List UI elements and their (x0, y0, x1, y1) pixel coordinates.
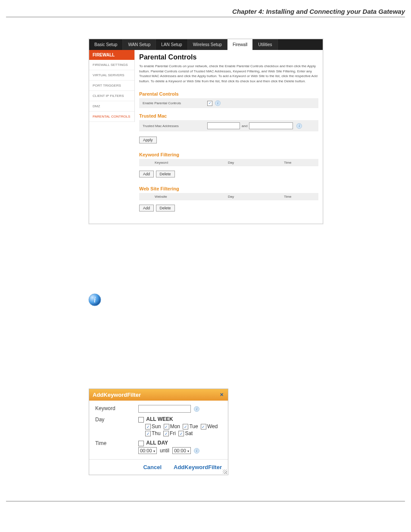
all-day-checkbox[interactable] (138, 441, 144, 446)
tue-checkbox[interactable] (183, 424, 188, 429)
time-from-select[interactable]: 00:00▾ (138, 447, 157, 454)
until-label: until (160, 448, 169, 454)
help-icon[interactable]: i (296, 123, 302, 129)
sidebar-item-client-ip-filters[interactable]: CLIENT IP FILTERS (89, 91, 134, 101)
sun-checkbox[interactable] (145, 424, 151, 429)
sidebar: FIREWALL FIREWALL SETTINGS VIRTUAL SERVE… (89, 50, 135, 122)
time-to-select[interactable]: 00:00▾ (172, 447, 191, 454)
page-title: Parental Controls (139, 53, 318, 61)
sidebar-header: FIREWALL (89, 50, 134, 60)
all-day-label: ALL DAY (146, 440, 168, 446)
website-delete-button[interactable]: Delete (156, 205, 175, 212)
keyword-table-header: Keyword Day Time (139, 159, 318, 166)
col-day: Day (228, 195, 284, 199)
trusted-mac-input-2[interactable] (249, 122, 293, 129)
col-day: Day (228, 161, 284, 165)
time-label: Time (95, 440, 138, 446)
cancel-button[interactable]: Cancel (143, 464, 162, 470)
keyword-delete-button[interactable]: Delete (156, 171, 175, 177)
wed-label: Wed (207, 423, 218, 429)
dialog-title: AddKeywordFilter (93, 392, 141, 398)
sat-checkbox[interactable] (178, 431, 184, 436)
all-week-label: ALL WEEK (146, 416, 173, 422)
thu-label: Thu (152, 430, 161, 436)
chapter-title: Chapter 4: Installing and Connecting you… (6, 8, 405, 15)
sidebar-item-port-triggers[interactable]: PORT TRIGGERS (89, 81, 134, 91)
keyword-label: Keyword (95, 405, 138, 411)
trusted-mac-input-1[interactable] (207, 122, 240, 129)
sidebar-item-parental-controls[interactable]: PARENTAL CONTROLS (89, 112, 134, 122)
thu-checkbox[interactable] (145, 431, 151, 436)
help-icon[interactable]: i (194, 448, 199, 454)
all-week-checkbox[interactable] (138, 417, 144, 423)
sidebar-item-virtual-servers[interactable]: VIRTUAL SERVERS (89, 70, 134, 81)
and-label: and (242, 124, 247, 128)
col-keyword: Keyword (139, 161, 228, 165)
enable-parental-controls-checkbox[interactable]: ✓ (207, 101, 212, 106)
section-parental-controls-heading: Parental Controls (139, 91, 318, 96)
fri-label: Fri (170, 430, 176, 436)
website-add-button[interactable]: Add (139, 205, 154, 212)
info-icon: i (88, 293, 102, 307)
help-icon[interactable]: i (194, 406, 199, 412)
top-tab-bar: Basic Setup WAN Setup LAN Setup Wireless… (89, 39, 323, 50)
wed-checkbox[interactable] (201, 424, 206, 429)
router-admin-screenshot: Basic Setup WAN Setup LAN Setup Wireless… (89, 39, 323, 224)
sidebar-item-dmz[interactable]: DMZ (89, 101, 134, 112)
section-trusted-mac-heading: Trusted Mac (139, 113, 318, 118)
enable-parental-controls-label: Enable Parental Controls (143, 101, 207, 105)
day-label: Day (95, 416, 138, 423)
tab-wireless-setup[interactable]: Wireless Setup (188, 39, 227, 50)
tue-label: Tue (189, 423, 198, 429)
col-time: Time (284, 195, 318, 199)
col-time: Time (284, 161, 318, 165)
sat-label: Sat (185, 430, 193, 436)
apply-button[interactable]: Apply (139, 137, 157, 143)
col-website: Website (139, 195, 228, 199)
tab-wan-setup[interactable]: WAN Setup (123, 39, 156, 50)
svg-text:i: i (93, 296, 96, 304)
page-description: To enable Parental Controls on your netw… (139, 64, 318, 84)
tab-utilities[interactable]: Utilities (253, 39, 277, 50)
help-icon[interactable]: i (215, 100, 221, 106)
trusted-mac-label: Trusted Mac Addresses (143, 124, 207, 128)
sidebar-item-firewall-settings[interactable]: FIREWALL SETTINGS (89, 60, 134, 70)
add-keyword-filter-button[interactable]: AddKeywordFilter (174, 464, 222, 470)
tab-lan-setup[interactable]: LAN Setup (156, 39, 187, 50)
add-keyword-filter-dialog: AddKeywordFilter ✕ Keyword i Day ALL WEE… (89, 389, 228, 475)
tab-basic-setup[interactable]: Basic Setup (89, 39, 123, 50)
close-icon[interactable]: ✕ (218, 392, 224, 398)
section-website-filtering-heading: Web Site Filtering (139, 186, 318, 191)
fri-checkbox[interactable] (163, 431, 169, 436)
keyword-add-button[interactable]: Add (139, 171, 154, 177)
section-keyword-filtering-heading: Keyword Filtering (139, 152, 318, 157)
website-table-header: Website Day Time (139, 193, 318, 200)
mon-label: Mon (170, 423, 180, 429)
mon-checkbox[interactable] (164, 424, 169, 429)
sun-label: Sun (152, 423, 161, 429)
keyword-input[interactable] (138, 405, 191, 413)
tab-firewall[interactable]: Firewall (227, 39, 253, 50)
